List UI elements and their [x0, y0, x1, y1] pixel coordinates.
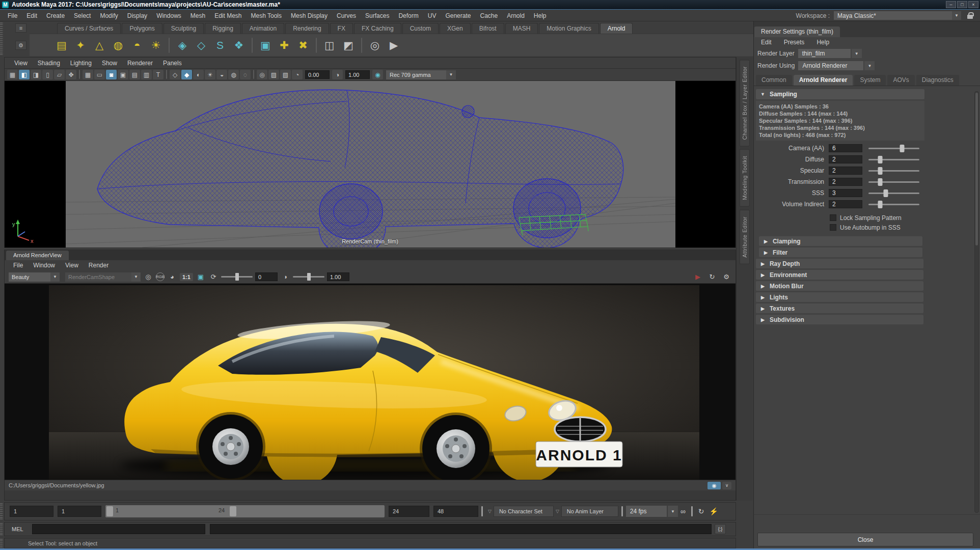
refresh-render-icon[interactable]: ⟳	[208, 272, 219, 282]
slider-track[interactable]	[868, 181, 919, 183]
workspace-dropdown[interactable]: Maya Classic* ▼	[834, 11, 961, 20]
command-line-drag-handle[interactable]	[1, 523, 3, 535]
renderview-tab[interactable]: Arnold RenderView	[6, 251, 69, 260]
shelf-tab[interactable]: Bifrost	[472, 23, 504, 34]
exposure-slider-thumb[interactable]	[235, 273, 239, 281]
render-settings-menu-item[interactable]: Help	[811, 39, 834, 46]
shelf-tab[interactable]: XGen	[440, 23, 471, 34]
mel-output-field[interactable]	[210, 524, 712, 534]
gamma-icon[interactable]: ◑	[280, 272, 290, 282]
rendered-image[interactable]: ARNOLD 1	[49, 285, 699, 489]
shelf-tab[interactable]: Rigging	[205, 23, 241, 34]
grid-icon[interactable]: ▦	[83, 70, 93, 79]
mel-toggle-button[interactable]: MEL	[12, 526, 32, 532]
standin-icon[interactable]: ◇	[193, 37, 210, 54]
curve-collector-icon[interactable]: S	[211, 37, 229, 54]
render-settings-tab[interactable]: Arnold Renderer	[794, 75, 853, 86]
viewport-menu-item[interactable]: Renderer	[123, 60, 157, 67]
menu-item[interactable]: Edit Mesh	[210, 12, 246, 19]
menu-item[interactable]: Windows	[152, 12, 186, 19]
slider-thumb[interactable]	[900, 145, 905, 152]
editor-vertical-tab[interactable]: Attribute Editor	[740, 210, 750, 264]
collapsed-section-header[interactable]: ▶ Motion Blur	[756, 281, 923, 291]
close-button[interactable]: Close	[757, 533, 973, 546]
chevron-down-icon[interactable]: ▼	[852, 49, 862, 58]
safe-action-icon[interactable]: ▥	[141, 70, 152, 79]
safe-title-icon[interactable]: T	[153, 70, 164, 79]
mesh-light-icon[interactable]: ◓	[128, 37, 146, 54]
menu-item[interactable]: Cache	[475, 12, 502, 19]
standin-create-icon[interactable]: ◈	[174, 37, 191, 54]
slider-thumb[interactable]	[878, 201, 883, 208]
shelf-tab[interactable]: Animation	[242, 23, 284, 34]
slider-track[interactable]	[868, 193, 919, 194]
animation-end-field[interactable]: 48	[433, 506, 478, 517]
slider-thumb[interactable]	[884, 189, 888, 197]
bookmark-icon[interactable]: ▯	[42, 70, 53, 79]
slider-value-field[interactable]: 2	[829, 167, 862, 175]
menu-item[interactable]: Create	[42, 12, 69, 19]
camera-attributes-icon[interactable]: ◨	[31, 70, 41, 79]
area-light-icon[interactable]: ▤	[53, 37, 70, 54]
slider-track[interactable]	[868, 204, 919, 205]
renderview-menu-item[interactable]: Window	[29, 262, 60, 269]
collapsed-section-header[interactable]: ▶ Environment	[756, 270, 923, 280]
chevron-down-icon[interactable]: ▽	[556, 509, 559, 514]
slider-value-field[interactable]: 3	[829, 189, 862, 197]
shelf-drag-handle[interactable]	[1, 22, 3, 55]
volume-icon[interactable]: ❖	[230, 37, 248, 54]
character-set-selector[interactable]: No Character Set	[494, 506, 554, 517]
menu-item[interactable]: File	[3, 12, 22, 19]
shelf-gear-icon[interactable]: ⚙	[15, 41, 26, 50]
playback-loop-icon[interactable]: ∞	[680, 507, 686, 515]
scrollbar-thumb[interactable]	[975, 93, 978, 245]
viewport-colorspace-dropdown[interactable]: Rec 709 gamma ▼	[386, 70, 456, 79]
slider-thumb[interactable]	[878, 178, 883, 186]
menu-item[interactable]: Mesh	[186, 12, 210, 19]
checkbox[interactable]	[830, 214, 836, 221]
renderview-exposure-field[interactable]: 0	[255, 272, 278, 281]
renderview-menu-item[interactable]: File	[9, 262, 28, 269]
editor-vertical-tab[interactable]: Modeling Toolkit	[740, 149, 750, 207]
film-gate-icon[interactable]: ▭	[94, 70, 105, 79]
snapshot-icon[interactable]: ◎	[143, 272, 153, 282]
viewport-menu-item[interactable]: View	[10, 60, 32, 67]
image-plane-icon[interactable]: ▱	[54, 70, 65, 79]
collapsed-section-header[interactable]: ▶ Clamping	[759, 236, 922, 246]
chevron-down-icon[interactable]: ▼	[50, 272, 60, 282]
flush-cache-icon[interactable]: ✖	[294, 37, 312, 54]
shelf-menu-button[interactable]: ≡	[15, 23, 26, 33]
shelf-tab[interactable]: MASH	[505, 23, 538, 34]
bake-geometry-icon[interactable]: ✚	[276, 37, 293, 54]
lights-icon[interactable]: ☀	[205, 70, 215, 79]
render-region-icon[interactable]: ▣	[257, 37, 274, 54]
render-settings-title-tab[interactable]: Render Settings (thin_film)	[754, 26, 840, 37]
color-management-icon[interactable]: ◉	[372, 70, 383, 79]
shelf-tab[interactable]: Rendering	[285, 23, 329, 34]
gamma-slider-thumb[interactable]	[307, 273, 311, 281]
plugin-shapes-icon[interactable]: ▧	[280, 70, 291, 79]
render-settings-tab[interactable]: Diagnostics	[916, 75, 959, 86]
playback-end-field[interactable]: 24	[389, 506, 429, 517]
menu-item[interactable]: Generate	[441, 12, 475, 19]
shelf-tab[interactable]: Polygons	[122, 23, 162, 34]
exposure-icon[interactable]: ◔	[292, 70, 303, 79]
shelf-tab[interactable]: Sculpting	[164, 23, 204, 34]
checkbox[interactable]	[830, 224, 836, 231]
point-light-icon[interactable]: ✦	[72, 37, 89, 54]
ambient-occlusion-icon[interactable]: ◍	[228, 70, 239, 79]
slider-value-field[interactable]: 2	[829, 178, 862, 186]
slider-value-field[interactable]: 2	[829, 155, 862, 163]
current-frame-field[interactable]: 1	[10, 506, 53, 517]
lock-camera-icon[interactable]: ◧	[19, 70, 30, 79]
eye-visibility-icon[interactable]: ◉	[707, 482, 721, 489]
motion-blur-icon[interactable]: ◌	[240, 70, 251, 79]
menu-item[interactable]: Deform	[394, 12, 423, 19]
slider-track[interactable]	[868, 170, 919, 172]
field-chart-icon[interactable]: ▤	[129, 70, 140, 79]
start-ipr-icon[interactable]: ▶	[693, 272, 703, 282]
auto-key-clock-icon[interactable]: ↻	[698, 507, 704, 515]
render-settings-tab[interactable]: Common	[756, 75, 792, 86]
menu-item[interactable]: Curves	[332, 12, 361, 19]
chevron-down-icon[interactable]: ▼	[668, 506, 678, 517]
